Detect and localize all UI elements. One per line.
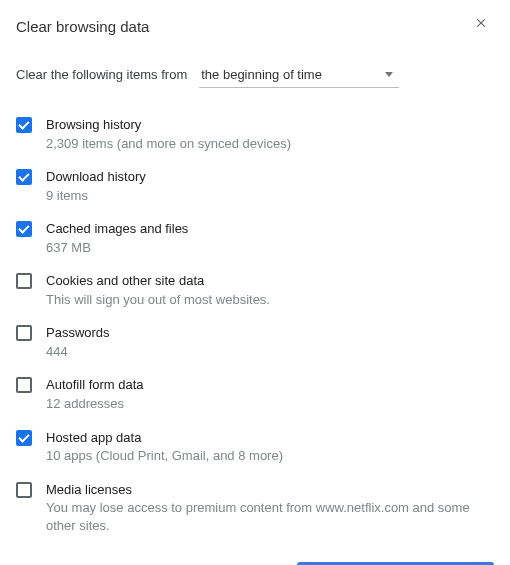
chevron-down-icon bbox=[385, 72, 393, 77]
item-subtitle: 12 addresses bbox=[46, 395, 144, 413]
item-title: Hosted app data bbox=[46, 429, 283, 447]
item-text: Browsing history2,309 items (and more on… bbox=[46, 116, 291, 152]
clear-browsing-data-dialog: Clear browsing data Clear the following … bbox=[0, 0, 510, 565]
time-range-label: Clear the following items from bbox=[16, 67, 187, 82]
item-title: Cached images and files bbox=[46, 220, 188, 238]
item-title: Passwords bbox=[46, 324, 110, 342]
item-title: Media licenses bbox=[46, 481, 494, 499]
item-subtitle: 2,309 items (and more on synced devices) bbox=[46, 135, 291, 153]
list-item: Hosted app data10 apps (Cloud Print, Gma… bbox=[16, 421, 494, 473]
item-subtitle: You may lose access to premium content f… bbox=[46, 499, 494, 534]
list-item: Passwords444 bbox=[16, 316, 494, 368]
list-item: Autofill form data12 addresses bbox=[16, 368, 494, 420]
list-item: Media licensesYou may lose access to pre… bbox=[16, 473, 494, 543]
checkbox[interactable] bbox=[16, 117, 32, 133]
close-button[interactable] bbox=[474, 16, 492, 34]
checkbox[interactable] bbox=[16, 482, 32, 498]
list-item: Download history9 items bbox=[16, 160, 494, 212]
item-text: Media licensesYou may lose access to pre… bbox=[46, 481, 494, 535]
item-text: Autofill form data12 addresses bbox=[46, 376, 144, 412]
checkbox[interactable] bbox=[16, 169, 32, 185]
checkbox[interactable] bbox=[16, 325, 32, 341]
list-item: Browsing history2,309 items (and more on… bbox=[16, 108, 494, 160]
time-range-dropdown[interactable]: the beginning of time bbox=[199, 63, 399, 88]
item-text: Cookies and other site dataThis will sig… bbox=[46, 272, 270, 308]
checkbox[interactable] bbox=[16, 377, 32, 393]
item-text: Hosted app data10 apps (Cloud Print, Gma… bbox=[46, 429, 283, 465]
item-subtitle: 9 items bbox=[46, 187, 146, 205]
item-title: Autofill form data bbox=[46, 376, 144, 394]
item-title: Download history bbox=[46, 168, 146, 186]
item-subtitle: 444 bbox=[46, 343, 110, 361]
items-list: Browsing history2,309 items (and more on… bbox=[16, 108, 494, 542]
item-title: Cookies and other site data bbox=[46, 272, 270, 290]
item-text: Passwords444 bbox=[46, 324, 110, 360]
checkbox[interactable] bbox=[16, 430, 32, 446]
item-title: Browsing history bbox=[46, 116, 291, 134]
item-text: Download history9 items bbox=[46, 168, 146, 204]
time-range-row: Clear the following items from the begin… bbox=[16, 63, 494, 88]
checkbox[interactable] bbox=[16, 221, 32, 237]
close-icon bbox=[474, 16, 488, 30]
list-item: Cached images and files637 MB bbox=[16, 212, 494, 264]
list-item: Cookies and other site dataThis will sig… bbox=[16, 264, 494, 316]
item-text: Cached images and files637 MB bbox=[46, 220, 188, 256]
item-subtitle: 637 MB bbox=[46, 239, 188, 257]
time-range-selected: the beginning of time bbox=[201, 67, 322, 82]
checkbox[interactable] bbox=[16, 273, 32, 289]
item-subtitle: This will sign you out of most websites. bbox=[46, 291, 270, 309]
item-subtitle: 10 apps (Cloud Print, Gmail, and 8 more) bbox=[46, 447, 283, 465]
dialog-footer: CANCEL CLEAR BROWSING DATA bbox=[16, 542, 494, 565]
dialog-title: Clear browsing data bbox=[16, 18, 494, 35]
